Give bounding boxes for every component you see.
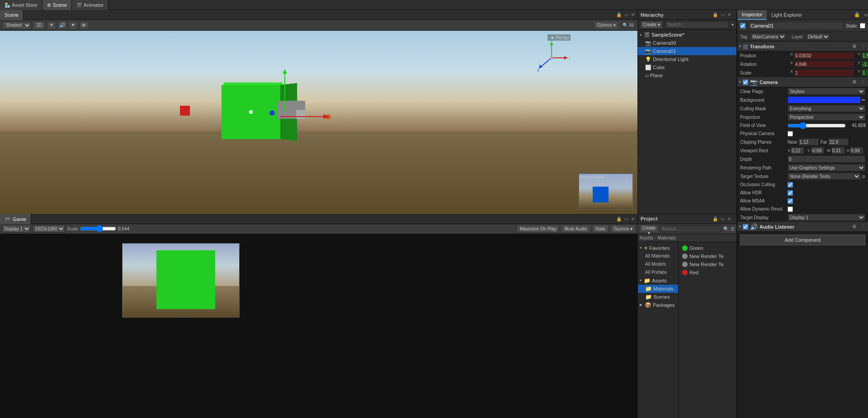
hierarchy-lock-btn[interactable]: 🔒 (712, 12, 719, 17)
allow-msaa-checkbox[interactable] (788, 198, 793, 204)
hierarchy-search-input[interactable] (665, 21, 729, 28)
position-y-input[interactable] (861, 52, 868, 59)
scenes-folder[interactable]: 📁 Scenes (638, 293, 678, 301)
project-search-icon[interactable]: 🔍 (723, 226, 729, 231)
allow-hdr-checkbox[interactable] (788, 190, 793, 196)
display-select[interactable]: Display 1 (2, 225, 31, 233)
packages-folder[interactable]: ▶ 📦 Packages (638, 301, 678, 309)
light-toggle-btn[interactable]: ☀ (47, 21, 56, 29)
hierarchy-scene-root[interactable]: ▾ 🎬 SampleScene* (638, 31, 736, 39)
rotation-x-input[interactable] (794, 61, 854, 68)
audio-listener-enable-checkbox[interactable] (743, 224, 748, 230)
vp-x-input[interactable] (791, 147, 804, 154)
scale-y-input[interactable] (861, 69, 868, 76)
hierarchy-item-cube[interactable]: ⬜ Cube (638, 63, 736, 71)
scale-x-input[interactable] (794, 69, 854, 76)
shaded-select[interactable]: Shaded (2, 21, 31, 29)
tab-inspector[interactable]: Inspector (737, 10, 767, 20)
transform-menu-btn[interactable]: ⋮ (859, 43, 866, 49)
hierarchy-filter-icon[interactable]: ▾ (731, 22, 734, 27)
clear-flags-select[interactable]: Skybox (788, 88, 865, 95)
culling-mask-select[interactable]: Everything (788, 105, 865, 112)
game-maximize-btn[interactable]: ▭ (623, 216, 629, 221)
tab-scene[interactable]: ⚙ Scene (42, 0, 72, 10)
inspector-lock-btn[interactable]: 🔒 (851, 12, 863, 18)
mute-audio-btn[interactable]: Mute Audio (561, 225, 590, 233)
camera-menu-btn[interactable]: ⋮ (859, 79, 866, 85)
hierarchy-item-plane[interactable]: ▱ Plane (638, 71, 736, 80)
project-filter1-icon[interactable]: ☰ (731, 226, 735, 231)
audio-listener-options-btn[interactable]: ⚙ (851, 224, 858, 230)
scene-hide-btn[interactable]: 👁 (80, 21, 89, 29)
gizmos-game-btn[interactable]: Gizmos ▾ (610, 225, 636, 233)
vp-y-input[interactable] (811, 147, 824, 154)
tab-light-explorer[interactable]: Light Explorer (767, 10, 807, 20)
inspector-options-btn[interactable]: ▭ (864, 12, 868, 17)
tag-select[interactable]: MainCamera (750, 33, 786, 40)
static-checkbox[interactable] (860, 23, 865, 28)
add-component-btn[interactable]: Add Component (740, 235, 865, 245)
scene-minimize-btn[interactable]: 🔒 (615, 12, 623, 17)
near-input[interactable] (798, 138, 819, 146)
materials-folder[interactable]: 📁 Materials (638, 285, 678, 293)
audio-listener-section-header[interactable]: ▾ 🔊 Audio Listener ⚙ ⋮ (737, 222, 868, 232)
game-minimize-btn[interactable]: 🔒 (615, 216, 623, 221)
fx-toggle-btn[interactable]: ✦ (69, 21, 78, 29)
project-close-btn[interactable]: ✕ (726, 216, 732, 221)
favorites-folder[interactable]: ▾ ★ Favorites (638, 244, 678, 252)
target-texture-pick-btn[interactable]: ⊙ (862, 174, 865, 179)
camera-section-header[interactable]: ▾ 📷 Camera ⚙ ⋮ (737, 77, 868, 87)
project-lock-btn[interactable]: 🔒 (712, 216, 719, 221)
hierarchy-item-camera01[interactable]: 📷 Camera01 (638, 47, 736, 55)
far-input[interactable] (828, 138, 849, 146)
camera-enable-checkbox[interactable] (743, 80, 748, 85)
occlusion-culling-checkbox[interactable] (788, 182, 793, 188)
assets-folder[interactable]: ▾ 📁 Assets (638, 277, 678, 285)
stats-btn[interactable]: Stats (592, 225, 609, 233)
transform-options-btn[interactable]: ⚙ (851, 43, 858, 49)
object-name-input[interactable] (748, 22, 843, 30)
project-maximize-btn[interactable]: ▭ (720, 216, 726, 221)
game-close-btn[interactable]: ✕ (630, 216, 636, 221)
project-create-btn[interactable]: Create ▾ (640, 225, 658, 232)
camera-options-btn[interactable]: ⚙ (851, 79, 858, 85)
background-color-swatch[interactable] (788, 96, 861, 103)
tab-asset-store[interactable]: 🏪 Asset Store (0, 0, 42, 10)
background-pick-btn[interactable]: ✏ (862, 98, 865, 103)
vp-h-input[interactable] (850, 147, 863, 154)
resolution-select[interactable]: 1920x1080 (33, 225, 65, 233)
all-prefabs-folder[interactable]: All Prefabs (638, 268, 678, 277)
all-materials-folder[interactable]: All Materials (638, 252, 678, 260)
projection-select[interactable]: Perspective (788, 113, 865, 121)
allow-dynamic-res-checkbox[interactable] (788, 207, 793, 212)
transform-section-header[interactable]: ▾ ⊞ Transform ⚙ ⋮ (737, 42, 868, 52)
depth-input[interactable] (788, 155, 865, 163)
tab-scene-view[interactable]: Scene (0, 10, 24, 20)
2d-btn[interactable]: 2D (33, 21, 45, 29)
audio-toggle-btn[interactable]: 🔊 (58, 21, 67, 29)
asset-render1[interactable]: New Render Te (680, 252, 735, 260)
maximize-on-play-btn[interactable]: Maximize On Play (517, 225, 560, 233)
hierarchy-item-dirlight[interactable]: 💡 Directional Light (638, 55, 736, 63)
asset-green[interactable]: Green (680, 244, 735, 252)
scene-maximize-btn[interactable]: ▭ (623, 12, 629, 17)
asset-red[interactable]: Red (680, 268, 735, 277)
tab-animator[interactable]: 🎬 Animator (72, 0, 108, 10)
scene-3d-view[interactable]: Y X Z ◄ Persp amera Previe (0, 31, 637, 214)
hierarchy-close-btn[interactable]: ✕ (726, 12, 732, 17)
rendering-path-select[interactable]: Use Graphics Settings (788, 164, 865, 171)
target-texture-select[interactable]: None (Render Textu (788, 173, 861, 180)
target-display-select[interactable]: Display 1 (788, 214, 865, 221)
vp-w-input[interactable] (831, 147, 845, 154)
tab-game[interactable]: 🎮 Game (0, 214, 31, 224)
hierarchy-maximize-btn[interactable]: ▭ (720, 12, 726, 17)
position-x-input[interactable] (794, 52, 854, 59)
layer-select[interactable]: Default (806, 33, 830, 40)
fov-slider[interactable] (788, 123, 846, 128)
asset-render2[interactable]: New Render Te (680, 260, 735, 268)
project-search-input[interactable] (660, 225, 722, 232)
object-active-checkbox[interactable] (740, 23, 745, 28)
gizmos-btn-toolbar[interactable]: Gizmos ▾ (594, 21, 619, 29)
audio-listener-menu-btn[interactable]: ⋮ (859, 224, 866, 230)
hierarchy-create-btn[interactable]: Create ▾ (641, 21, 662, 28)
